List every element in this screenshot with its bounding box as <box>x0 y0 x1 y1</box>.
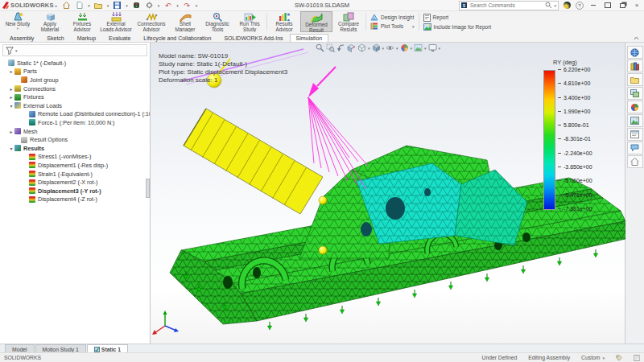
tab-solidworks-add-ins[interactable]: SOLIDWORKS Add-Ins <box>217 34 289 42</box>
tree-item-displacement2[interactable]: Displacement2 (-X rot-) <box>2 178 150 187</box>
run-this-study-button[interactable]: Run This Study▾ <box>233 11 266 32</box>
tree-filter-bar[interactable]: ▾ <box>2 44 147 56</box>
dropdown-caret[interactable]: ▾ <box>424 46 427 51</box>
apply-scene-icon[interactable] <box>414 43 423 52</box>
tag-icon[interactable] <box>616 355 622 361</box>
apply-material-button[interactable]: Apply Material▾ <box>34 11 66 32</box>
filter-dropdown-icon[interactable]: ▾ <box>15 48 18 53</box>
undo-icon[interactable]: ↶ <box>163 1 172 10</box>
tree-item-external-loads[interactable]: ▾ External Loads <box>2 101 150 110</box>
tree-item-force[interactable]: Force-1 (:Per item: 10,000 N:) <box>2 118 150 127</box>
display-style-icon[interactable] <box>372 43 381 52</box>
include-image-for-report-button[interactable]: Include Image for Report <box>423 23 492 31</box>
tab-sketch[interactable]: Sketch <box>40 34 70 42</box>
plot-tools-button[interactable]: Plot Tools ▾ <box>370 23 415 30</box>
tab-markup[interactable]: Markup <box>71 34 102 42</box>
tree-item-result-options[interactable]: Result Options <box>2 135 150 144</box>
deformed-result-button[interactable]: Deformed Result <box>300 11 332 32</box>
tree-item-results[interactable]: ▾ Results <box>2 144 150 153</box>
user-account-icon[interactable] <box>564 2 571 9</box>
graphics-viewport[interactable]: ▾ ▾ ▾ ▾ ▾ ▾ Model name: SW-01019 Study n… <box>151 43 625 344</box>
tab-evaluate[interactable]: Evaluate <box>102 34 137 42</box>
tree-item-connections[interactable]: ▸ Connections <box>2 84 150 93</box>
search-icon[interactable] <box>545 2 552 9</box>
plot-type-label: Plot type: Static displacement Displacem… <box>159 68 287 76</box>
search-dropdown-icon[interactable]: ▾ <box>554 3 556 8</box>
minimize-button[interactable] <box>588 1 598 10</box>
expand-icon[interactable]: ▸ <box>8 94 14 100</box>
restore-windows-button[interactable] <box>617 1 627 10</box>
dropdown-caret[interactable]: ▾ <box>382 46 385 51</box>
collapse-ribbon-icon[interactable] <box>634 35 639 42</box>
collapse-icon[interactable]: ▾ <box>8 146 14 151</box>
dropdown-caret[interactable]: ▾ <box>412 24 415 29</box>
close-button[interactable]: × <box>632 1 642 10</box>
scenes-icon[interactable] <box>627 114 643 127</box>
search-commands-box[interactable]: S ▾ <box>459 1 559 10</box>
tree-item-strain1[interactable]: Strain1 (-Equivalent-) <box>2 170 150 179</box>
solidworks-resources-icon[interactable] <box>627 46 643 59</box>
home-icon[interactable] <box>627 155 643 168</box>
tree-item-fixtures[interactable]: ▸ Fixtures <box>2 93 150 101</box>
panel-splitter-handle[interactable] <box>146 179 150 198</box>
connections-advisor-button[interactable]: Connections Advisor▾ <box>134 11 169 32</box>
tree-item-stress1[interactable]: Stress1 (-vonMises-) <box>2 153 150 162</box>
expand-icon[interactable]: ▸ <box>8 86 14 92</box>
tab-lifecycle-and-collaboration[interactable]: Lifecycle and Collaboration <box>137 34 217 42</box>
file-explorer-icon[interactable] <box>627 73 643 86</box>
results-advisor-button[interactable]: Results Advisor▾ <box>268 11 300 32</box>
tree-item-displacement1[interactable]: Displacement1 (-Res disp-) <box>2 161 150 170</box>
tab-assembly[interactable]: Assembly <box>3 34 40 42</box>
menu-expand-icon[interactable]: ▸ <box>56 3 58 8</box>
dropdown-caret[interactable]: ▾ <box>396 46 398 51</box>
open-document-icon[interactable] <box>94 1 103 10</box>
tab-simulation[interactable]: Simulation <box>290 34 329 42</box>
section-view-icon[interactable] <box>347 43 356 52</box>
boom-cylinder[interactable] <box>184 109 323 214</box>
report-button[interactable]: Report <box>423 14 492 22</box>
status-sheet-icon[interactable] <box>634 355 640 361</box>
maximize-button[interactable] <box>603 1 613 10</box>
tree-item-joint-group[interactable]: Joint group <box>2 76 150 84</box>
tree-item-remote-load[interactable]: Remote Load (Distributed connection)-1 (… <box>2 110 150 119</box>
view-orientation-icon[interactable] <box>357 43 366 52</box>
zoom-to-area-icon[interactable] <box>326 43 335 52</box>
help-icon[interactable]: ? <box>576 2 584 10</box>
view-palette-icon[interactable] <box>627 87 643 100</box>
edit-appearance-icon[interactable] <box>400 43 409 52</box>
tree-item-displacement3[interactable]: Displacement3 (-Y rot-) <box>2 187 150 195</box>
hide-show-items-icon[interactable] <box>386 43 394 52</box>
dropdown-caret[interactable]: ▾ <box>368 46 370 51</box>
new-document-icon[interactable] <box>75 1 84 10</box>
save-icon[interactable] <box>113 1 122 10</box>
expand-icon[interactable]: ▸ <box>8 68 14 74</box>
dropdown-caret[interactable]: ▾ <box>411 46 413 51</box>
search-input[interactable] <box>469 2 543 9</box>
unit-system-dropdown[interactable]: Custom▾ <box>581 355 605 360</box>
dropdown-caret[interactable]: ▾ <box>439 46 441 51</box>
expand-icon[interactable]: ▸ <box>8 129 14 134</box>
collapse-icon[interactable]: ▾ <box>8 103 14 109</box>
tree-item-study-root[interactable]: Static 1* (-Default-) <box>2 59 150 68</box>
solidworks-forum-icon[interactable] <box>627 142 643 154</box>
new-study-button[interactable]: New Study▾ <box>2 11 34 32</box>
previous-view-icon[interactable] <box>336 43 345 52</box>
custom-properties-icon[interactable] <box>627 128 643 141</box>
tree-item-displacement4[interactable]: Displacement4 (-Z rot-) <box>2 195 150 204</box>
compare-results-button[interactable]: Compare Results <box>332 11 365 32</box>
external-loads-advisor-button[interactable]: External Loads Advisor▾ <box>98 11 134 32</box>
fixtures-advisor-button[interactable]: Fixtures Advisor▾ <box>66 11 98 32</box>
options-gear-icon[interactable] <box>145 1 154 10</box>
appearances-icon[interactable] <box>627 101 643 113</box>
tree-item-parts[interactable]: ▸ Parts <box>2 68 150 76</box>
home-icon[interactable] <box>62 1 71 10</box>
design-insight-button[interactable]: Design Insight <box>370 14 415 21</box>
zoom-to-fit-icon[interactable] <box>316 43 324 52</box>
redo-icon[interactable]: ↷ <box>183 1 192 10</box>
shell-manager-button[interactable]: Shell Manager <box>169 11 201 32</box>
diagnostic-tools-button[interactable]: Diagnostic Tools▾ <box>201 11 233 32</box>
tree-item-mesh[interactable]: ▸ Mesh <box>2 127 150 136</box>
view-settings-icon[interactable] <box>428 43 437 52</box>
print-icon[interactable] <box>132 1 141 10</box>
design-library-icon[interactable] <box>627 60 643 72</box>
